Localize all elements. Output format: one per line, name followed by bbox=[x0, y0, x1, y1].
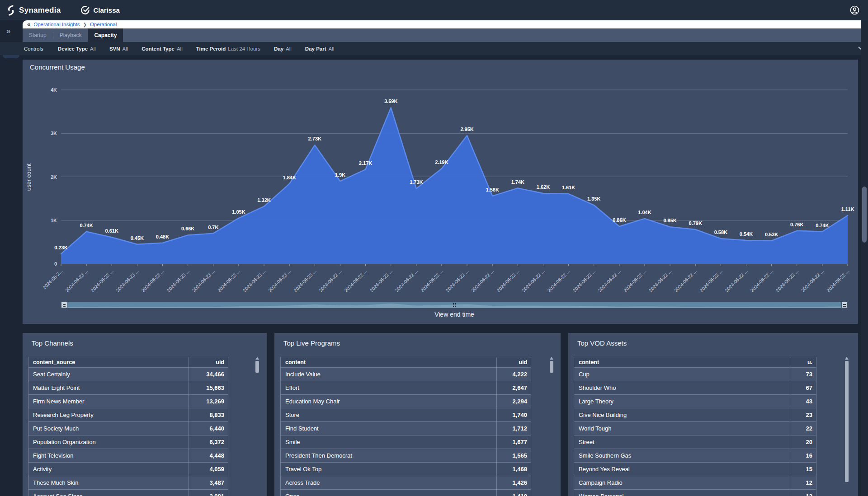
y-axis-tick: 4K bbox=[51, 87, 57, 93]
column-header[interactable]: content_source bbox=[28, 357, 189, 367]
table-row[interactable]: Activity4,059 bbox=[28, 463, 228, 476]
x-axis-label: 2024-06-23 ... bbox=[140, 268, 165, 293]
breadcrumb-link-operational-insights[interactable]: Operational Insights bbox=[33, 22, 80, 27]
top-live-programs-table: contentuidInclude Value4,222Effort2,647E… bbox=[280, 357, 531, 496]
table-row[interactable]: Include Value4,222 bbox=[280, 368, 531, 381]
table-row[interactable]: Woman Personal12 bbox=[574, 490, 816, 496]
data-point-label: 1.73K bbox=[410, 179, 423, 185]
cell-value: 2,294 bbox=[497, 395, 531, 408]
table-row[interactable]: Street20 bbox=[574, 435, 816, 449]
data-point-label: 1.61K bbox=[562, 185, 575, 190]
data-point-label: 3.59K bbox=[384, 98, 397, 104]
cell-value: 2,647 bbox=[497, 381, 531, 394]
table-row[interactable]: Effort2,647 bbox=[280, 381, 531, 395]
page-scrollbar[interactable] bbox=[861, 20, 868, 496]
table-row[interactable]: Campaign Radio12 bbox=[574, 476, 816, 490]
table-row[interactable]: Smile1,677 bbox=[280, 435, 531, 449]
x-axis-label: 2024-06-22 ... bbox=[648, 268, 673, 293]
table-scrollbar[interactable] bbox=[550, 357, 554, 373]
table-row[interactable]: Beyond Yes Reveal15 bbox=[574, 463, 816, 476]
filter-time-peroid[interactable]: Time PeroidLast 24 Hours bbox=[196, 46, 260, 51]
table-row[interactable]: Population Organization6,372 bbox=[28, 435, 228, 449]
table-row[interactable]: Firm News Member13,269 bbox=[28, 395, 228, 408]
slider-handle-left[interactable] bbox=[61, 302, 67, 308]
table-row[interactable]: Education May Chair2,294 bbox=[280, 395, 531, 408]
filter-group: Device TypeAllSVNAllContent TypeAllTime … bbox=[58, 46, 334, 51]
tab-playback[interactable]: Playback bbox=[53, 28, 88, 42]
table-row[interactable]: Put Society Much6,440 bbox=[28, 422, 228, 435]
column-header[interactable]: uid bbox=[497, 357, 531, 367]
y-axis-tick: 1K bbox=[51, 218, 57, 223]
table-row[interactable]: World Tough22 bbox=[574, 422, 816, 435]
x-axis-label: 2024-06-23 ... bbox=[217, 268, 241, 293]
slider-handle-right[interactable] bbox=[841, 302, 848, 308]
data-point-label: 2.95K bbox=[460, 126, 473, 132]
filter-device-type[interactable]: Device TypeAll bbox=[58, 46, 96, 51]
table-row[interactable]: These Much Skin3,487 bbox=[28, 476, 228, 490]
table-row[interactable]: Seat Certainly34,466 bbox=[28, 368, 228, 381]
table-row[interactable]: Large Theory43 bbox=[574, 395, 816, 408]
x-axis-label: 2024-06-22 ... bbox=[571, 268, 596, 293]
user-account-icon[interactable] bbox=[849, 5, 860, 17]
cell-value: 4,448 bbox=[189, 449, 228, 462]
table-row[interactable]: Give Nice Building23 bbox=[574, 408, 816, 422]
top-vod-assets-table: contentu.Cup73Shoulder Who67Large Theory… bbox=[574, 357, 816, 496]
time-range-slider[interactable] bbox=[61, 302, 848, 308]
slider-handle-middle[interactable] bbox=[451, 302, 458, 308]
table-row[interactable]: Smile Southern Gas16 bbox=[574, 449, 816, 463]
data-point-label: 0.74K bbox=[816, 223, 829, 228]
column-header[interactable]: u. bbox=[790, 357, 816, 367]
table-row[interactable]: Cup73 bbox=[574, 368, 816, 381]
table-row[interactable]: Travel Ok Top1,468 bbox=[280, 463, 531, 476]
controls-title: Controls bbox=[24, 46, 43, 51]
scroll-up-icon[interactable] bbox=[845, 357, 849, 360]
area-series bbox=[61, 108, 848, 264]
table-row[interactable]: Fight Television4,448 bbox=[28, 449, 228, 463]
filter-content-type[interactable]: Content TypeAll bbox=[142, 46, 182, 51]
table-scrollbar[interactable] bbox=[845, 357, 849, 482]
tab-capacity[interactable]: Capacity bbox=[88, 28, 123, 42]
x-axis-label: 2024-06-22 ... bbox=[597, 268, 622, 293]
data-point-label: 2.73K bbox=[308, 136, 321, 141]
scrollbar-thumb[interactable] bbox=[550, 361, 553, 373]
column-header[interactable]: uid bbox=[189, 357, 228, 367]
x-axis-label: 2024-06-22 ... bbox=[521, 268, 546, 293]
filter-day-part[interactable]: Day PartAll bbox=[305, 46, 334, 51]
filter-svn[interactable]: SVNAll bbox=[109, 46, 128, 51]
cell-name: Smile Southern Gas bbox=[574, 449, 790, 462]
column-header[interactable]: content bbox=[281, 357, 497, 367]
breadcrumb: « Operational Insights ❯ Operational bbox=[23, 20, 868, 28]
clarissa-wordmark: Clarissa bbox=[93, 6, 119, 14]
clarissa-logo-icon bbox=[80, 5, 90, 15]
table-row[interactable]: Open1,410 bbox=[280, 490, 531, 496]
breadcrumb-link-operational[interactable]: Operational bbox=[90, 22, 117, 27]
scroll-up-icon[interactable] bbox=[255, 357, 259, 360]
tab-startup[interactable]: Startup bbox=[23, 28, 53, 42]
scroll-up-icon[interactable] bbox=[550, 357, 553, 360]
scrollbar-thumb[interactable] bbox=[255, 361, 259, 373]
table-scrollbar[interactable] bbox=[255, 357, 259, 373]
x-axis-label: 2024-06-22 ... bbox=[749, 268, 774, 293]
cell-name: Smile bbox=[281, 435, 497, 449]
table-row[interactable]: Research Leg Property8,833 bbox=[28, 408, 228, 422]
concurrent-usage-panel: Concurrent Usage user count 4K3K2K1K0202… bbox=[23, 60, 858, 324]
scrollbar-thumb[interactable] bbox=[845, 361, 849, 482]
data-point-label: 0.76K bbox=[790, 222, 803, 227]
table-row[interactable]: Across Trade1,426 bbox=[280, 476, 531, 490]
cell-value: 4,222 bbox=[497, 368, 531, 381]
collapse-breadcrumb-icon[interactable]: « bbox=[27, 20, 30, 28]
expand-panel-icon[interactable]: » bbox=[6, 27, 10, 36]
cell-name: Seat Certainly bbox=[28, 368, 189, 381]
filter-day[interactable]: DayAll bbox=[274, 46, 292, 51]
table-row[interactable]: Account Sea Since2,981 bbox=[28, 490, 228, 496]
column-header[interactable]: content bbox=[574, 357, 790, 367]
x-axis-label: 2024-06-23 ... bbox=[115, 268, 140, 293]
table-row[interactable]: Find Student1,712 bbox=[280, 422, 531, 435]
synamedia-logo-icon bbox=[5, 5, 16, 16]
table-row[interactable]: Shoulder Who67 bbox=[574, 381, 816, 395]
table-row[interactable]: President Then Democrat1,565 bbox=[280, 449, 531, 463]
page-scrollbar-thumb[interactable] bbox=[862, 187, 867, 243]
table-row[interactable]: Store1,740 bbox=[280, 408, 531, 422]
table-row[interactable]: Matter Eight Point15,663 bbox=[28, 381, 228, 395]
cell-name: Matter Eight Point bbox=[28, 381, 189, 394]
